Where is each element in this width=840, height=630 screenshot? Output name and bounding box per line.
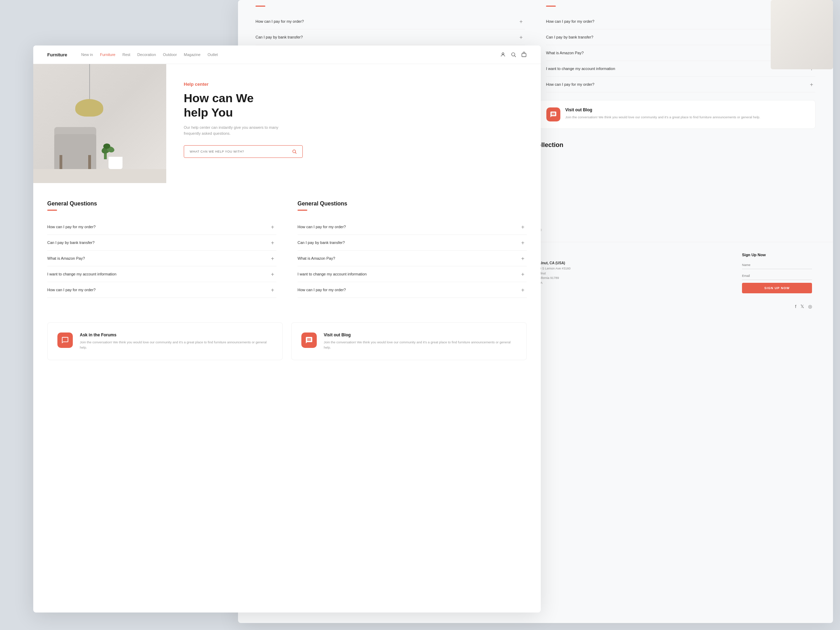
blog-title: Visit out Blog bbox=[565, 107, 760, 112]
faq-question: What is Amazon Pay? bbox=[546, 51, 584, 55]
footer-name-input[interactable] bbox=[742, 261, 812, 269]
faq-plus-1-3[interactable] bbox=[271, 256, 276, 261]
nav-link-newin[interactable]: New in bbox=[81, 52, 93, 57]
blog-card-desc: Join the conversation! We think you woul… bbox=[324, 339, 516, 350]
faq-item-2-5[interactable]: How can I pay for my order? bbox=[297, 282, 527, 298]
faq-item[interactable]: How can I pay for my order? bbox=[256, 14, 525, 29]
faq-question: I want to change my account information bbox=[546, 66, 615, 71]
search-icon[interactable] bbox=[292, 149, 297, 154]
footer-signup-title: Sign Up Now bbox=[742, 253, 812, 257]
footer-socials: f 𝕏 ◎ bbox=[795, 304, 812, 309]
faq-plus-icon[interactable] bbox=[810, 82, 815, 87]
navigation: Furniture New in Furniture Rest Decorati… bbox=[33, 46, 541, 64]
faq-plus-2-5[interactable] bbox=[521, 287, 527, 293]
faq-item-2-1[interactable]: How can I pay for my order? bbox=[297, 219, 527, 235]
faq-plus-1-1[interactable] bbox=[271, 224, 276, 230]
hero-title-line1: How can We bbox=[184, 92, 254, 105]
nav-links: New in Furniture Rest Decoration Outdoor… bbox=[81, 52, 500, 57]
svg-rect-3 bbox=[522, 54, 526, 57]
footer-city-usa: Walnut, CA (USA) bbox=[536, 261, 570, 265]
faq-item[interactable]: How can I pay for my order? bbox=[546, 77, 815, 92]
hero-title: How can We help You bbox=[184, 91, 523, 120]
instagram-icon[interactable]: ◎ bbox=[808, 304, 812, 309]
blog-text: Visit out Blog Join the conversation! We… bbox=[565, 107, 760, 122]
faq-area: General Questions How can I pay for my o… bbox=[33, 183, 541, 308]
blog-svg bbox=[550, 111, 557, 118]
faq-question: How can I pay for my order? bbox=[256, 19, 304, 24]
faq-item-2-3[interactable]: What is Amazon Pay? bbox=[297, 251, 527, 266]
faq-plus-1-2[interactable] bbox=[271, 240, 276, 245]
faq-question-2-3: What is Amazon Pay? bbox=[297, 256, 335, 261]
faq-plus-1-4[interactable] bbox=[271, 271, 276, 277]
blog-icon bbox=[546, 107, 561, 122]
footer-addr-usa: Walnut, CA (USA) 340 S Lemon Ave #3160 W… bbox=[536, 261, 570, 285]
plant-pot bbox=[109, 157, 123, 169]
main-card: Furniture New in Furniture Rest Decorati… bbox=[33, 46, 541, 613]
faq-plus-1-5[interactable] bbox=[271, 287, 276, 293]
nav-link-decoration[interactable]: Decoration bbox=[137, 52, 156, 57]
search-nav-icon[interactable] bbox=[511, 52, 516, 57]
faq-title-bar-2 bbox=[297, 210, 307, 211]
blog-card-title: Visit out Blog bbox=[324, 333, 516, 337]
twitter-icon[interactable]: 𝕏 bbox=[801, 304, 804, 309]
nav-link-magazine[interactable]: Magazine bbox=[184, 52, 201, 57]
hero-image-placeholder bbox=[33, 64, 166, 183]
footer-addr-usa-detail: 340 S Lemon Ave #3160 Walnut California … bbox=[536, 266, 570, 285]
footer-email-input[interactable] bbox=[742, 272, 812, 280]
faq-plus-icon[interactable] bbox=[519, 34, 525, 40]
faq-item-1-2[interactable]: Can I pay by bank transfer? bbox=[47, 235, 276, 251]
svg-point-4 bbox=[293, 150, 295, 153]
cart-icon[interactable] bbox=[521, 52, 527, 57]
faq-plus-2-4[interactable] bbox=[521, 271, 527, 277]
faq-question-1-3: What is Amazon Pay? bbox=[47, 256, 85, 261]
bottom-cards: Ask in the Forums Join the conversation!… bbox=[33, 312, 541, 371]
faq-question-1-1: How can I pay for my order? bbox=[47, 225, 96, 229]
faq-question-2-1: How can I pay for my order? bbox=[297, 225, 346, 229]
footer-signup-button[interactable]: SIGN UP NOW bbox=[742, 283, 812, 293]
logo: Furniture bbox=[47, 52, 67, 57]
search-input[interactable] bbox=[190, 150, 292, 153]
lamp-shade bbox=[75, 99, 103, 117]
faq-col-1: General Questions How can I pay for my o… bbox=[47, 201, 276, 298]
facebook-icon[interactable]: f bbox=[795, 304, 796, 309]
svg-line-2 bbox=[515, 56, 516, 57]
nav-link-furniture[interactable]: Furniture bbox=[100, 52, 115, 57]
hero-title-line2: help You bbox=[184, 106, 233, 119]
forums-card-text: Ask in the Forums Join the conversation!… bbox=[80, 333, 273, 350]
forums-card: Ask in the Forums Join the conversation!… bbox=[47, 322, 283, 360]
nav-icons bbox=[500, 52, 527, 57]
blog-icon-svg bbox=[305, 336, 313, 344]
blog-card-text: Visit out Blog Join the conversation! We… bbox=[324, 333, 516, 350]
forums-card-icon bbox=[57, 333, 73, 348]
footer-signup-col: Sign Up Now SIGN UP NOW bbox=[742, 253, 812, 293]
faq-title-bar-1 bbox=[47, 210, 57, 211]
second-faq-bar-1 bbox=[256, 6, 265, 7]
user-icon[interactable] bbox=[500, 52, 506, 57]
faq-item-1-5[interactable]: How can I pay for my order? bbox=[47, 282, 276, 298]
faq-item-1-3[interactable]: What is Amazon Pay? bbox=[47, 251, 276, 266]
floor bbox=[33, 169, 166, 183]
nav-link-rest[interactable]: Rest bbox=[123, 52, 131, 57]
hero-content: Help center How can We help You Our help… bbox=[166, 64, 541, 183]
faq-plus-icon[interactable] bbox=[519, 19, 525, 24]
svg-point-0 bbox=[502, 53, 504, 55]
nav-link-outlet[interactable]: Outlet bbox=[208, 52, 218, 57]
faq-plus-2-3[interactable] bbox=[521, 256, 527, 261]
faq-item-2-4[interactable]: I want to change my account information bbox=[297, 266, 527, 282]
chair-seat bbox=[54, 134, 96, 169]
nav-link-outdoor[interactable]: Outdoor bbox=[163, 52, 177, 57]
faq-item[interactable]: Can I pay by bank transfer? bbox=[256, 29, 525, 45]
faq-question: How can I pay for my order? bbox=[546, 19, 594, 24]
faq-question-1-2: Can I pay by bank transfer? bbox=[47, 240, 95, 245]
hero-image bbox=[33, 64, 166, 183]
faq-plus-2-1[interactable] bbox=[521, 224, 527, 230]
blog-desc: Join the conversation! We think you woul… bbox=[565, 114, 760, 120]
faq-question: Can I pay by bank transfer? bbox=[546, 35, 593, 39]
faq-item-1-1[interactable]: How can I pay for my order? bbox=[47, 219, 276, 235]
faq-question-1-4: I want to change my account information bbox=[47, 272, 117, 276]
second-blog-card: Visit out Blog Join the conversation! We… bbox=[539, 100, 815, 129]
faq-plus-2-2[interactable] bbox=[521, 240, 527, 245]
faq-item-1-4[interactable]: I want to change my account information bbox=[47, 266, 276, 282]
faq-item-2-2[interactable]: Can I pay by bank transfer? bbox=[297, 235, 527, 251]
blog-card-icon bbox=[302, 333, 317, 348]
